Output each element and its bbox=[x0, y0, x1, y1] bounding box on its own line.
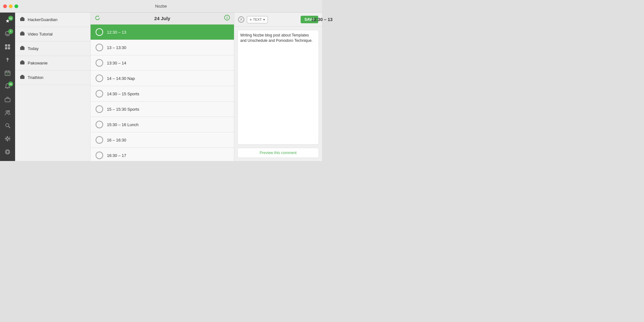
sidebar-item-grid[interactable] bbox=[1, 42, 14, 53]
sidebar-item-help[interactable] bbox=[1, 147, 14, 158]
svg-point-12 bbox=[8, 110, 10, 112]
time-slot-15[interactable]: 15 – 15:30 Sports bbox=[91, 102, 234, 117]
inbox-badge: 1 bbox=[8, 29, 13, 34]
time-slot-1430[interactable]: 14:30 – 15 Sports bbox=[91, 86, 234, 102]
project-name-pakowanie: Pakowanie bbox=[28, 61, 48, 65]
svg-rect-23 bbox=[20, 32, 25, 36]
maximize-button[interactable] bbox=[14, 4, 18, 8]
sidebar-icons: ★ 41 1 bbox=[0, 13, 15, 161]
refresh-button[interactable] bbox=[95, 15, 100, 22]
project-item-pakowanie[interactable]: Pakowanie bbox=[15, 56, 90, 70]
svg-line-20 bbox=[6, 153, 7, 154]
minimize-button[interactable] bbox=[9, 4, 13, 8]
time-slot-1230[interactable]: 12:30 – 13 bbox=[91, 25, 234, 40]
comment-textarea[interactable] bbox=[237, 30, 319, 145]
sidebar-item-notifications[interactable]: 41 bbox=[1, 81, 14, 93]
svg-rect-25 bbox=[20, 61, 25, 64]
time-slot-1530[interactable]: 15:30 – 16 Lunch bbox=[91, 117, 234, 132]
slot-label: 14:30 – 15 Sports bbox=[107, 92, 139, 96]
project-icon bbox=[20, 60, 25, 66]
project-name-triathlon: Triathlon bbox=[28, 75, 43, 80]
right-panel-time: 12:30 – 13 bbox=[312, 17, 322, 22]
slot-label: 12:30 – 13 bbox=[107, 30, 126, 35]
briefcase-icon bbox=[5, 97, 10, 103]
sidebar-item-inbox[interactable]: 1 bbox=[1, 28, 14, 40]
project-icon bbox=[20, 46, 25, 51]
text-format-button[interactable]: ≡ TEXT ▾ bbox=[247, 16, 268, 23]
help-icon bbox=[5, 149, 10, 156]
project-item-videotutorial[interactable]: Video Tutorial bbox=[15, 27, 90, 42]
time-slot-1330[interactable]: 13:30 – 14 bbox=[91, 55, 234, 71]
svg-point-11 bbox=[6, 111, 8, 113]
calendar-icon: 23 bbox=[5, 70, 10, 77]
sidebar-item-people[interactable] bbox=[1, 107, 14, 119]
slot-circle bbox=[96, 152, 103, 159]
slot-circle bbox=[96, 90, 103, 97]
svg-line-21 bbox=[8, 153, 9, 154]
sidebar-item-star[interactable]: ★ 41 bbox=[1, 15, 14, 27]
right-header-left-actions: ✕ ≡ TEXT ▾ bbox=[238, 16, 268, 23]
close-button[interactable] bbox=[3, 4, 7, 8]
window-controls bbox=[3, 4, 18, 8]
slot-circle bbox=[96, 121, 103, 128]
project-name-hackerguardian: HackerGuardian bbox=[28, 17, 58, 22]
search-icon bbox=[5, 123, 10, 130]
chevron-down-icon: ▾ bbox=[263, 18, 265, 22]
svg-rect-26 bbox=[20, 76, 25, 79]
project-list: HackerGuardian Video Tutorial Today bbox=[15, 13, 91, 161]
svg-point-29 bbox=[227, 16, 227, 17]
svg-rect-2 bbox=[8, 44, 10, 47]
svg-rect-4 bbox=[8, 47, 10, 49]
sidebar-item-pin[interactable] bbox=[1, 54, 14, 66]
svg-point-13 bbox=[6, 124, 9, 127]
preview-comment-link[interactable]: Preview this comment bbox=[237, 148, 319, 158]
close-comment-button[interactable]: ✕ bbox=[238, 16, 244, 23]
slot-label: 14 – 14:30 Nap bbox=[107, 76, 135, 81]
svg-rect-10 bbox=[5, 98, 10, 102]
project-name-today: Today bbox=[28, 46, 39, 51]
sidebar-item-search[interactable] bbox=[1, 120, 14, 132]
main-content: 24 July 12:30 – 13 13 – 13:30 1 bbox=[91, 13, 234, 161]
time-slot-14[interactable]: 14 – 14:30 Nap bbox=[91, 71, 234, 86]
slot-circle bbox=[96, 105, 103, 113]
project-item-triathlon[interactable]: Triathlon bbox=[15, 70, 90, 85]
info-button[interactable] bbox=[224, 14, 230, 22]
slot-circle bbox=[96, 44, 103, 51]
titlebar: Nozbe bbox=[0, 0, 322, 13]
sidebar-item-settings[interactable] bbox=[1, 133, 14, 145]
project-item-today[interactable]: Today bbox=[15, 42, 90, 56]
svg-rect-24 bbox=[20, 47, 25, 50]
people-icon bbox=[5, 110, 10, 117]
date-header: 24 July bbox=[91, 13, 234, 25]
app-title: Nozbe bbox=[155, 4, 167, 8]
slot-label: 13 – 13:30 bbox=[107, 45, 126, 50]
project-item-hackerguardian[interactable]: HackerGuardian bbox=[15, 13, 90, 27]
project-icon bbox=[20, 17, 25, 22]
svg-line-14 bbox=[8, 126, 10, 128]
svg-line-18 bbox=[6, 150, 7, 151]
slot-label: 15 – 15:30 Sports bbox=[107, 107, 139, 112]
slot-label: 16 – 16:30 bbox=[107, 138, 126, 142]
list-icon: ≡ bbox=[250, 18, 252, 21]
time-slot-16[interactable]: 16 – 16:30 bbox=[91, 132, 234, 148]
slot-circle bbox=[96, 136, 103, 144]
date-title: 24 July bbox=[154, 16, 170, 21]
right-panel-header: ✕ ≡ TEXT ▾ 12:30 – 13 SAVE bbox=[234, 13, 322, 27]
project-icon bbox=[20, 31, 25, 37]
text-format-label: TEXT bbox=[253, 18, 262, 21]
slot-circle bbox=[96, 75, 103, 82]
project-icon bbox=[20, 75, 25, 80]
svg-text:23: 23 bbox=[7, 73, 9, 75]
slot-circle bbox=[96, 28, 103, 36]
time-slot-13[interactable]: 13 – 13:30 bbox=[91, 40, 234, 55]
slot-circle bbox=[96, 59, 103, 67]
slot-label: 13:30 – 14 bbox=[107, 61, 126, 65]
pin-icon bbox=[5, 57, 10, 64]
svg-rect-3 bbox=[5, 47, 7, 49]
time-slot-1630[interactable]: 16:30 – 17 bbox=[91, 148, 234, 161]
svg-rect-1 bbox=[5, 44, 7, 47]
gear-icon bbox=[5, 136, 10, 143]
sidebar-item-briefcase[interactable] bbox=[1, 94, 14, 106]
sidebar-item-calendar[interactable]: 23 bbox=[1, 68, 14, 80]
star-badge: 41 bbox=[8, 16, 13, 21]
